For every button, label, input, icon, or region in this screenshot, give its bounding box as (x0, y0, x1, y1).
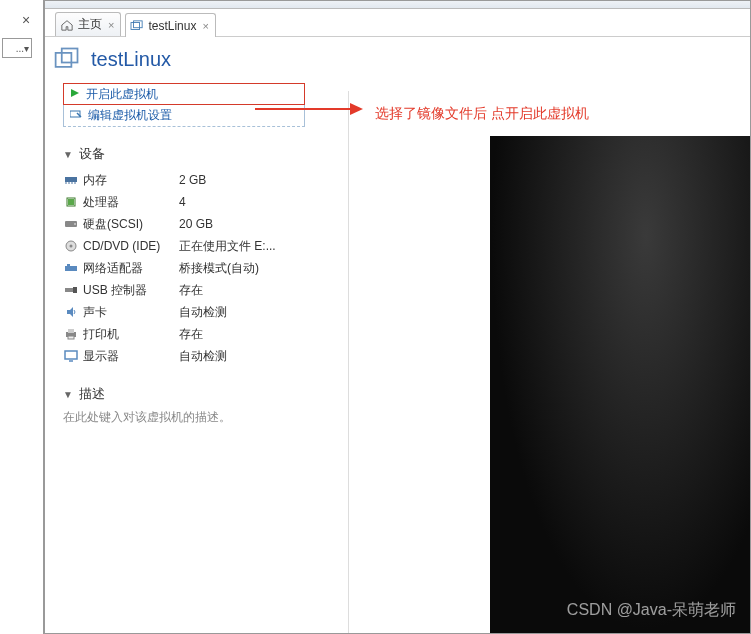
device-label: 打印机 (79, 326, 179, 343)
page-title: testLinux (91, 48, 171, 71)
cd-icon (63, 240, 79, 252)
collapse-icon: ▼ (63, 149, 73, 160)
device-row[interactable]: 打印机存在 (63, 323, 305, 345)
device-value: 自动检测 (179, 348, 227, 365)
device-label: 显示器 (79, 348, 179, 365)
left-panel: × ... ▾ (0, 0, 44, 634)
description-placeholder[interactable]: 在此处键入对该虚拟机的描述。 (63, 409, 305, 426)
device-value: 2 GB (179, 173, 206, 187)
svg-rect-21 (68, 329, 74, 333)
tab-home[interactable]: 主页 × (55, 12, 121, 36)
description-header[interactable]: ▼ 描述 (63, 385, 305, 403)
divider (348, 91, 349, 633)
edit-settings-label: 编辑虚拟机设置 (88, 107, 172, 124)
device-value: 自动检测 (179, 304, 227, 321)
svg-point-13 (74, 223, 76, 225)
device-label: 内存 (79, 172, 179, 189)
device-value: 正在使用文件 E:... (179, 238, 276, 255)
dropdown-text: ... (16, 43, 24, 54)
device-row[interactable]: USB 控制器存在 (63, 279, 305, 301)
vm-preview (490, 136, 750, 633)
device-label: USB 控制器 (79, 282, 179, 299)
device-value: 存在 (179, 282, 203, 299)
chevron-down-icon: ▾ (24, 43, 29, 54)
svg-rect-23 (65, 351, 77, 359)
device-row[interactable]: 内存2 GB (63, 169, 305, 191)
device-row[interactable]: 声卡自动检测 (63, 301, 305, 323)
tab-bar: 主页 × testLinux × (45, 9, 750, 37)
svg-rect-2 (56, 53, 72, 67)
device-value: 桥接模式(自动) (179, 260, 259, 277)
device-label: CD/DVD (IDE) (79, 239, 179, 253)
play-icon (70, 87, 80, 101)
svg-rect-10 (68, 199, 74, 205)
close-icon[interactable]: × (108, 19, 114, 31)
device-row[interactable]: 显示器自动检测 (63, 345, 305, 367)
device-label: 处理器 (79, 194, 179, 211)
device-label: 网络适配器 (79, 260, 179, 277)
device-value: 存在 (179, 326, 203, 343)
watermark: CSDN @Java-呆萌老师 (567, 600, 736, 621)
close-icon[interactable]: × (22, 12, 30, 28)
svg-rect-16 (65, 266, 77, 271)
title-row: testLinux (45, 37, 750, 83)
svg-rect-18 (65, 288, 73, 292)
action-links: 开启此虚拟机 编辑虚拟机设置 (63, 83, 305, 127)
disk-icon (63, 219, 79, 229)
nic-icon (63, 263, 79, 273)
svg-point-15 (70, 245, 73, 248)
vm-icon (130, 20, 144, 32)
svg-rect-22 (68, 336, 74, 339)
annotation-text: 选择了镜像文件后 点开启此虚拟机 (375, 105, 589, 123)
svg-rect-0 (131, 22, 140, 29)
sound-icon (63, 306, 79, 318)
device-value: 4 (179, 195, 186, 209)
vm-icon (53, 45, 81, 73)
tab-vm[interactable]: testLinux × (125, 13, 215, 37)
device-row[interactable]: CD/DVD (IDE)正在使用文件 E:... (63, 235, 305, 257)
memory-icon (63, 175, 79, 185)
svg-rect-3 (62, 49, 78, 63)
power-on-button[interactable]: 开启此虚拟机 (63, 83, 305, 105)
device-row[interactable]: 硬盘(SCSI)20 GB (63, 213, 305, 235)
svg-rect-5 (65, 177, 77, 182)
devices-header[interactable]: ▼ 设备 (63, 145, 305, 163)
close-icon[interactable]: × (202, 20, 208, 32)
tab-home-label: 主页 (78, 16, 102, 33)
main-area: 主页 × testLinux × testLinux 开启此虚拟机 (44, 0, 751, 634)
left-dropdown[interactable]: ... ▾ (2, 38, 32, 58)
edit-settings-button[interactable]: 编辑虚拟机设置 (64, 104, 304, 126)
device-value: 20 GB (179, 217, 213, 231)
cpu-icon (63, 196, 79, 208)
svg-rect-1 (134, 20, 143, 27)
svg-rect-19 (73, 287, 77, 293)
description-label: 描述 (79, 385, 105, 403)
power-on-label: 开启此虚拟机 (86, 86, 158, 103)
device-row[interactable]: 处理器4 (63, 191, 305, 213)
device-row[interactable]: 网络适配器桥接模式(自动) (63, 257, 305, 279)
tab-vm-label: testLinux (148, 19, 196, 33)
device-list: 内存2 GB处理器4硬盘(SCSI)20 GBCD/DVD (IDE)正在使用文… (63, 169, 305, 367)
device-label: 声卡 (79, 304, 179, 321)
wrench-icon (70, 108, 82, 122)
printer-icon (63, 328, 79, 340)
devices-label: 设备 (79, 145, 105, 163)
sidebar: 开启此虚拟机 编辑虚拟机设置 ▼ 设备 内存2 GB处理器4硬盘(SCSI)20… (45, 83, 305, 426)
collapse-icon: ▼ (63, 389, 73, 400)
home-icon (60, 19, 74, 31)
svg-rect-17 (67, 264, 70, 267)
toolbar (45, 1, 750, 9)
usb-icon (63, 285, 79, 295)
display-icon (63, 350, 79, 362)
device-label: 硬盘(SCSI) (79, 216, 179, 233)
